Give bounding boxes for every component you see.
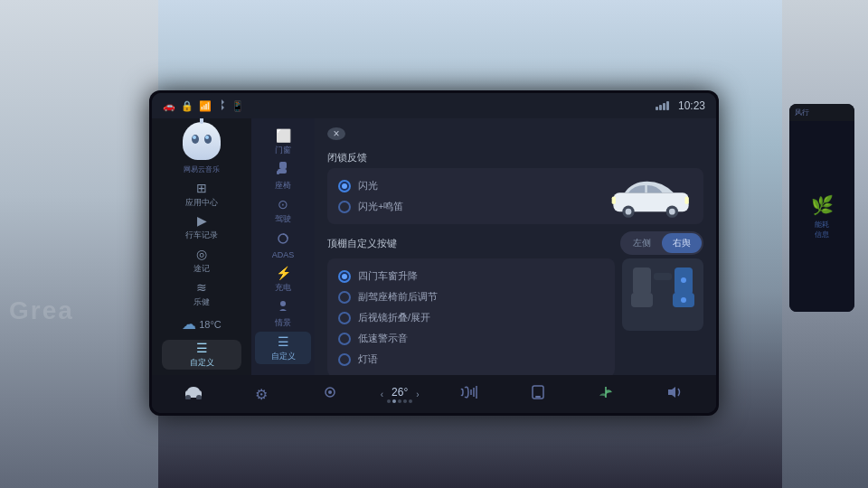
mirror-radio[interactable] [338, 312, 351, 324]
flash-label: 闪光 [358, 179, 378, 192]
mirror-option[interactable]: 后视镜折叠/展开 [338, 307, 604, 328]
brand-text: Grea [9, 296, 74, 325]
door-window-option[interactable]: 四门车窗升降 [338, 266, 604, 286]
subnav-custom[interactable]: ☰ 自定义 [255, 332, 311, 364]
temp-decrease[interactable]: ‹ [381, 389, 383, 399]
subnav-drive[interactable]: ⊙ 驾驶 [255, 194, 311, 227]
signal-bar-2 [659, 105, 662, 110]
map-label: 途记 [193, 263, 210, 275]
ceiling-options: 四门车窗升降 副驾座椅前后调节 后视镜折叠/展开 [327, 258, 615, 375]
svg-rect-12 [633, 267, 651, 295]
adas-label: ADAS [272, 250, 295, 259]
signal-bar-1 [656, 107, 658, 110]
lock-feedback-section: 闭锁反馈 [327, 151, 703, 224]
charge-label: 充电 [275, 282, 291, 294]
seat-control-diagram [622, 258, 703, 331]
screen-bezel: 🚗 🔒 📶 📱 [149, 90, 719, 416]
light-option[interactable]: 灯语 [338, 349, 604, 370]
main-content-area: 网易云音乐 ⊞ 应用中心 ▶ 行车记录 ◎ 途记 ≋ 乐健 [152, 118, 716, 375]
ceiling-custom-section: 顶棚自定义按键 左侧 右舆 四门车窗升降 [327, 231, 703, 375]
bottom-nav-temp[interactable]: ‹ 26° › [381, 386, 420, 403]
avatar-body [183, 122, 221, 160]
custom-subnav-label: 自定义 [271, 351, 296, 362]
svg-rect-25 [535, 396, 541, 398]
bottom-nav-media[interactable] [312, 385, 348, 403]
car-status-icon: 🚗 [163, 100, 175, 112]
svg-point-18 [681, 297, 686, 303]
sidebar-item-apps[interactable]: ⊞ 应用中心 [162, 180, 241, 210]
lock-status-icon: 🔒 [181, 100, 193, 112]
settings-panel: × 闭锁反馈 [315, 118, 716, 375]
lock-feedback-title: 闭锁反馈 [327, 151, 703, 164]
scene-label: 情景 [275, 317, 291, 329]
sidebar: 网易云音乐 ⊞ 应用中心 ▶ 行车记录 ◎ 途记 ≋ 乐健 [152, 118, 251, 375]
sub-navigation: ⬜ 门窗 座椅 ⊙ [251, 118, 315, 375]
content-with-subnav: ⬜ 门窗 座椅 ⊙ [251, 118, 716, 375]
cloud-icon: ☁ [182, 315, 196, 333]
subnav-scene[interactable]: 情景 [255, 297, 311, 330]
dot4 [403, 399, 407, 403]
svg-rect-16 [654, 273, 672, 280]
bottom-settings-icon: ⚙ [255, 386, 268, 403]
seat-label: 座椅 [275, 180, 291, 192]
svg-rect-10 [685, 197, 689, 204]
dot1 [387, 399, 391, 403]
light-radio[interactable] [338, 353, 351, 366]
bottom-nav-car[interactable] [175, 385, 212, 403]
subnav-seat[interactable]: 座椅 [255, 160, 311, 192]
sidebar-item-map[interactable]: ◎ 途记 [162, 246, 241, 276]
avatar-eye-left [192, 135, 199, 144]
scene-icon [276, 298, 290, 315]
bottom-nav-volume[interactable] [656, 385, 693, 403]
flash-radio[interactable] [338, 180, 351, 192]
sidebar-item-entertain[interactable]: ≋ 乐健 [162, 279, 241, 309]
slow-warn-option[interactable]: 低速警示音 [338, 328, 604, 349]
temp-dots [387, 399, 412, 403]
mirror-label: 后视镜折叠/展开 [358, 311, 430, 324]
bottom-nav-phone[interactable] [520, 385, 556, 403]
drive-label: 行车记录 [185, 230, 218, 241]
ceiling-section-header: 顶棚自定义按键 左侧 右舆 [327, 231, 703, 255]
slow-warn-radio[interactable] [338, 333, 351, 345]
temp-increase[interactable]: › [416, 389, 419, 399]
wifi-status-icon: 📶 [199, 100, 212, 112]
subnav-charge[interactable]: ⚡ 充电 [255, 263, 311, 296]
close-button[interactable]: × [327, 127, 345, 140]
bottom-phone-icon [529, 385, 547, 403]
entertain-icon: ≋ [196, 280, 207, 295]
svg-point-7 [626, 209, 632, 215]
left-toggle-btn[interactable]: 左侧 [622, 233, 662, 253]
ceiling-custom-title: 顶棚自定义按键 [327, 237, 397, 250]
temperature-value: 18°C [199, 319, 222, 330]
sidebar-item-drive[interactable]: ▶ 行车记录 [162, 213, 241, 243]
assistant-avatar[interactable] [179, 122, 224, 161]
time-area: 10:23 [656, 99, 705, 112]
bottom-media-icon [321, 385, 339, 403]
svg-rect-0 [279, 162, 287, 169]
seat-diagram-svg [629, 264, 697, 325]
subnav-door[interactable]: ⬜ 门窗 [255, 126, 311, 158]
sidebar-item-custom[interactable]: ☰ 自定义 [162, 340, 241, 370]
temp-control: ‹ 26° › [381, 386, 420, 403]
svg-rect-13 [631, 293, 653, 307]
bottom-car-icon [184, 385, 203, 403]
rss-text: 能耗信息 [815, 220, 829, 239]
avatar-eyes [192, 135, 212, 144]
music-label: 网易云音乐 [184, 164, 220, 174]
bottom-nav-sound[interactable] [451, 385, 487, 403]
bottom-climate-icon [596, 385, 616, 403]
secondary-screen: 风行 🌿 能耗信息 [789, 104, 854, 312]
bottom-nav-climate[interactable] [588, 385, 624, 403]
seat-adj-radio[interactable] [338, 291, 351, 304]
door-window-radio[interactable] [338, 270, 351, 283]
door-window-label: 四门车窗升降 [358, 269, 418, 283]
flash-horn-radio[interactable] [338, 201, 351, 213]
bluetooth-status-icon [217, 99, 226, 113]
temperature-display: ☁ 18°C [182, 310, 222, 338]
bottom-nav-settings[interactable]: ⚙ [243, 386, 279, 403]
seat-adj-label: 副驾座椅前后调节 [358, 290, 438, 304]
seat-adj-option[interactable]: 副驾座椅前后调节 [338, 286, 604, 307]
status-bar: 🚗 🔒 📶 📱 [152, 93, 716, 118]
right-toggle-btn[interactable]: 右舆 [662, 233, 702, 253]
subnav-adas[interactable]: ADAS [255, 229, 311, 261]
